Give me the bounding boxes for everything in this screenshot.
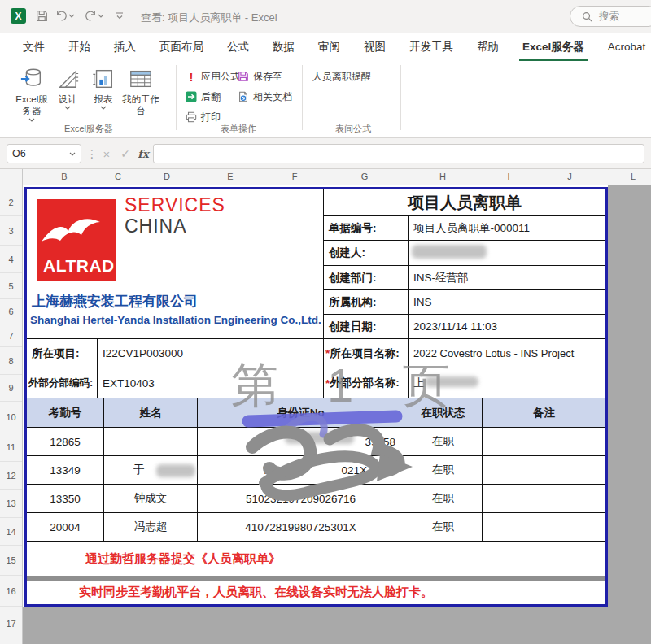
meta-label[interactable]: 创建人: <box>324 241 409 266</box>
excel-app-icon: X <box>11 8 26 24</box>
tab-excel-server[interactable]: Excel服务器 <box>522 40 584 54</box>
cell-id-no[interactable]: 41072819980725301X <box>198 513 404 542</box>
col-header[interactable]: C <box>115 172 121 181</box>
row-header[interactable]: 7 <box>0 324 22 347</box>
cancel-icon[interactable]: × <box>99 144 114 163</box>
excel-server-button[interactable]: Excel服务器 <box>11 67 52 122</box>
row-header[interactable]: 13 <box>0 490 22 518</box>
meta-value-dept[interactable]: INS-经营部 <box>409 266 605 290</box>
meta-value-org[interactable]: INS <box>409 290 605 315</box>
cell-remark[interactable] <box>483 456 605 485</box>
meta-value-date[interactable]: 2023/11/14 11:03 <box>409 315 605 339</box>
cell-attendance-no[interactable]: 13350 <box>27 485 104 513</box>
meta-label[interactable]: 创建部门: <box>324 266 409 290</box>
cell-name[interactable]: 冯志超 <box>104 513 198 542</box>
cell-name[interactable] <box>104 428 198 456</box>
col-header[interactable]: B <box>61 172 67 181</box>
formula-input[interactable] <box>153 144 644 163</box>
meta-label[interactable]: 创建日期: <box>324 315 409 339</box>
design-button[interactable]: 设计 <box>50 67 85 110</box>
tab-acrobat[interactable]: Acrobat <box>608 41 646 53</box>
row-header[interactable]: 5 <box>0 273 22 299</box>
row-header[interactable]: 17 <box>0 607 22 641</box>
tab-insert[interactable]: 插入 <box>114 40 136 54</box>
row-header[interactable]: 12 <box>0 462 22 490</box>
fx-icon[interactable]: fx <box>136 144 151 163</box>
cell-remark[interactable] <box>483 428 605 456</box>
splitter-dots-icon: ⋮ <box>86 144 98 163</box>
cell-attendance-no[interactable]: 12865 <box>27 428 104 456</box>
cell-name[interactable]: 钟成文 <box>104 485 198 513</box>
report-button[interactable]: 报表 <box>86 67 120 110</box>
cell-attendance-no[interactable]: 20004 <box>27 513 104 542</box>
tab-home[interactable]: 开始 <box>68 40 90 54</box>
back-button[interactable]: 后翻 <box>186 89 221 105</box>
altrad-brand-text: ALTRAD <box>43 256 115 276</box>
group-label-cross-formula: 表间公式 <box>312 123 394 135</box>
save-to-icon <box>238 71 249 82</box>
meta-value-doc-no[interactable]: 项目人员离职单-000011 <box>409 216 605 241</box>
group-label-form-ops: 表单操作 <box>186 123 291 135</box>
qat-customize-icon[interactable] <box>111 7 129 24</box>
tab-view[interactable]: 视图 <box>364 40 386 54</box>
row-header[interactable]: 15 <box>0 546 22 576</box>
col-header[interactable]: D <box>164 172 170 181</box>
th-remark[interactable]: 备注 <box>483 398 605 428</box>
search-placeholder: 搜索 <box>599 10 619 24</box>
col-header[interactable]: F <box>292 172 298 181</box>
related-docs-button[interactable]: 相关文档 <box>238 89 292 105</box>
note-line-1[interactable]: 通过勤哲服务器提交《人员离职单》 <box>27 542 605 576</box>
form-title[interactable]: 项目人员离职单 <box>324 189 605 216</box>
tab-page-layout[interactable]: 页面布局 <box>159 40 203 54</box>
row-header[interactable]: 10 <box>0 402 22 433</box>
my-workbench-button[interactable]: 我的工作台 <box>119 67 163 117</box>
cell-remark[interactable] <box>483 485 605 513</box>
row-header[interactable]: 11 <box>0 433 22 462</box>
tab-file[interactable]: 文件 <box>23 40 45 54</box>
redaction-name-row2 <box>156 464 195 477</box>
save-to-button[interactable]: 保存至 <box>238 68 282 85</box>
row-header[interactable]: 3 <box>0 216 22 246</box>
row-header[interactable]: 2 <box>0 189 22 216</box>
save-icon[interactable] <box>33 7 50 24</box>
col-header[interactable]: H <box>439 172 446 181</box>
project-label[interactable]: 所在项目: <box>27 339 98 368</box>
tab-review[interactable]: 审阅 <box>318 40 340 54</box>
confirm-icon[interactable]: ✓ <box>118 144 133 163</box>
select-all-corner[interactable] <box>0 169 23 185</box>
apply-formula-button[interactable]: ! 应用公式 <box>186 68 240 85</box>
tab-formulas[interactable]: 公式 <box>227 40 249 54</box>
tab-developer[interactable]: 开发工具 <box>409 40 453 54</box>
row-header[interactable]: 6 <box>0 299 22 324</box>
cell-remark[interactable] <box>483 513 605 542</box>
note-line-2[interactable]: 实时同步至考勤机平台，人员离职、在线设备实时无法人脸打卡。 <box>27 581 605 604</box>
col-header[interactable]: I <box>507 172 509 181</box>
logo-cell[interactable]: ALTRAD SERVICES CHINA 上海赫燕安装工程有限公司 Shang… <box>27 189 324 339</box>
row-header[interactable]: 4 <box>0 246 22 273</box>
ribbon-separator <box>176 65 177 130</box>
branch-code-label[interactable]: 外部分部编码: <box>27 368 98 398</box>
company-name-cn: 上海赫燕安装工程有限公司 <box>32 292 198 311</box>
cell-status[interactable]: 在职 <box>404 513 483 542</box>
name-box[interactable]: O6 <box>7 144 81 163</box>
row-header[interactable]: 8 <box>0 347 22 375</box>
row-header[interactable]: 16 <box>0 576 22 607</box>
row-header[interactable]: 9 <box>0 375 22 402</box>
col-header[interactable]: L <box>631 172 636 181</box>
undo-chevron-icon[interactable] <box>67 7 76 24</box>
meta-label[interactable]: 单据编号: <box>324 216 409 241</box>
tab-help[interactable]: 帮助 <box>477 40 499 54</box>
row-header[interactable]: 14 <box>0 518 22 546</box>
th-attendance-no[interactable]: 考勤号 <box>27 398 104 428</box>
tab-data[interactable]: 数据 <box>273 40 295 54</box>
col-header[interactable]: J <box>567 172 572 181</box>
resign-reminder-button[interactable]: 人员离职提醒 <box>312 68 371 85</box>
th-name[interactable]: 姓名 <box>104 398 198 428</box>
col-header[interactable]: G <box>361 172 369 181</box>
meta-label[interactable]: 所属机构: <box>324 290 409 315</box>
redo-chevron-icon[interactable] <box>96 7 106 24</box>
col-header[interactable]: E <box>227 172 233 181</box>
apply-formula-icon: ! <box>186 70 197 84</box>
search-input[interactable]: 搜索 <box>570 6 651 27</box>
cell-attendance-no[interactable]: 13349 <box>27 456 104 485</box>
